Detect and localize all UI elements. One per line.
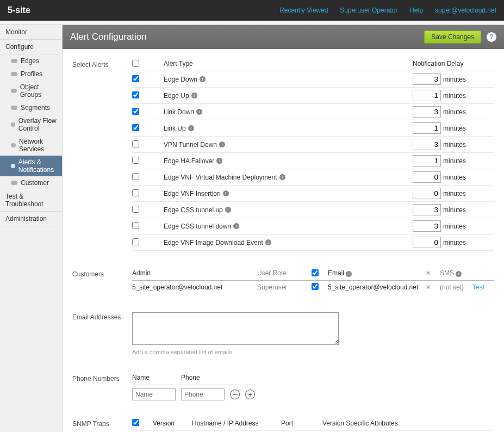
sidebar-item[interactable]: Overlay Flow Control [0, 114, 62, 135]
cloud-icon [11, 89, 17, 93]
info-icon[interactable]: i [200, 76, 206, 82]
info-icon[interactable]: i [265, 239, 271, 245]
notification-delay-input[interactable] [413, 73, 441, 85]
notification-delay-input[interactable] [413, 237, 441, 248]
alerts-select-all-checkbox[interactable] [132, 60, 139, 67]
info-icon[interactable]: i [219, 141, 225, 147]
alert-type-label: Link Up [164, 125, 186, 132]
toplink-user-email[interactable]: super@velocloud.net [435, 7, 496, 14]
alert-row: Link Up iminutes [132, 120, 494, 137]
notification-delay-input[interactable] [413, 155, 441, 166]
email-addresses-textarea[interactable] [132, 312, 339, 345]
info-icon[interactable]: i [188, 125, 194, 131]
section-label-snmp: SNMP Traps [72, 419, 132, 432]
snmp-enabled-checkbox[interactable] [132, 419, 139, 426]
cust-test-link[interactable]: Test [472, 283, 484, 291]
toplink-help[interactable]: Help [409, 7, 423, 14]
cust-head-admin: Admin [132, 269, 257, 278]
save-changes-button[interactable]: Save Changes [424, 30, 481, 44]
alert-row: Edge VNF Virtual Machine Deployment imin… [132, 169, 494, 186]
sidebar-group[interactable]: Monitor [0, 25, 62, 40]
alert-type-label: Edge VNF Image Download Event [164, 239, 263, 246]
info-icon[interactable]: i [279, 174, 285, 180]
cust-email-checkbox[interactable] [312, 283, 319, 290]
phone-name-input[interactable] [132, 388, 176, 400]
snmp-head-version: Version [153, 419, 183, 427]
notification-delay-input[interactable] [413, 106, 441, 118]
info-icon[interactable]: i [223, 190, 229, 196]
cust-email-head-checkbox[interactable] [312, 269, 319, 276]
notification-delay-input[interactable] [413, 90, 441, 101]
add-phone-button[interactable]: + [245, 390, 255, 399]
sidebar-item[interactable]: Network Services [0, 135, 62, 156]
sidebar-item-label: Network Services [19, 138, 58, 153]
email-hint: Add a comma separated list of emails [132, 349, 494, 355]
alert-row: Edge VNF Image Download Event iminutes [132, 234, 494, 251]
alert-checkbox[interactable] [132, 91, 139, 98]
alert-checkbox[interactable] [132, 157, 139, 164]
info-icon[interactable]: i [225, 207, 231, 213]
alert-checkbox[interactable] [132, 238, 139, 245]
alert-type-label: Edge Up [164, 92, 189, 100]
alert-checkbox[interactable] [132, 108, 139, 115]
sidebar-item[interactable]: Object Groups [0, 81, 62, 101]
sidebar-item[interactable]: Customer [0, 176, 62, 189]
alert-type-label: Link Down [164, 108, 194, 116]
toplink-superuser[interactable]: Superuser Operator [340, 7, 397, 14]
alert-row: Edge Down iminutes [132, 71, 494, 88]
alert-checkbox[interactable] [132, 124, 139, 131]
sidebar-item[interactable]: Alerts & Notifications [0, 156, 62, 176]
alert-row: Edge HA Failover iminutes [132, 153, 494, 169]
notification-delay-input[interactable] [413, 139, 441, 150]
phone-number-input[interactable] [181, 388, 225, 400]
delay-unit: minutes [443, 239, 466, 246]
sidebar-group[interactable]: Configure [0, 40, 62, 54]
alert-checkbox[interactable] [132, 75, 139, 82]
sidebar-group[interactable]: Test & Troubleshoot [0, 189, 62, 212]
cust-clear-icon[interactable]: ✕ [426, 283, 440, 291]
info-icon[interactable]: i [456, 271, 462, 277]
info-icon[interactable]: i [216, 158, 222, 164]
snmp-head-port: Port [281, 419, 314, 427]
alert-row: Edge Up iminutes [132, 88, 494, 104]
phone-head-name: Name [132, 374, 176, 381]
sidebar-item[interactable]: Edges [0, 54, 62, 67]
help-icon[interactable]: ? [487, 32, 496, 42]
info-icon[interactable]: i [233, 223, 239, 229]
sidebar-item-label: Overlay Flow Control [18, 117, 58, 132]
delay-unit: minutes [443, 108, 466, 116]
section-label-emails: Email Addresses [72, 312, 132, 355]
alerts-head-delay: Notification Delay [413, 60, 494, 69]
toplink-recently-viewed[interactable]: Recently Viewed [279, 7, 328, 14]
sidebar-item[interactable]: Segments [0, 101, 62, 114]
snmp-head-attrs: Version Specific Attributes [322, 419, 494, 427]
alert-checkbox[interactable] [132, 140, 139, 147]
info-icon[interactable]: i [191, 92, 197, 98]
alert-checkbox[interactable] [132, 173, 139, 180]
cust-sms: (not set) [440, 283, 472, 291]
notification-delay-input[interactable] [413, 204, 441, 215]
notification-delay-input[interactable] [413, 188, 441, 199]
remove-phone-button[interactable]: − [230, 390, 240, 399]
alert-row: Edge CSS tunnel up iminutes [132, 202, 494, 218]
cloud-icon [11, 72, 17, 76]
notification-delay-input[interactable] [413, 122, 441, 134]
info-icon[interactable]: i [346, 271, 352, 277]
alert-row: Edge VNF Insertion iminutes [132, 186, 494, 202]
alert-checkbox[interactable] [132, 222, 139, 229]
cust-head-sms: SMS [440, 269, 454, 277]
cust-head-clear-icon[interactable]: ✕ [426, 269, 440, 278]
alert-type-label: Edge CSS tunnel down [164, 223, 231, 230]
alert-checkbox[interactable] [132, 189, 139, 196]
customer-row: 5_site_operator@velocloud.netSuperuser5_… [132, 281, 494, 294]
sidebar-item[interactable]: Profiles [0, 67, 62, 81]
notification-delay-input[interactable] [413, 171, 441, 183]
info-icon[interactable]: i [196, 109, 202, 115]
delay-unit: minutes [443, 206, 466, 214]
notification-delay-input[interactable] [413, 220, 441, 232]
sidebar-group[interactable]: Administration [0, 212, 62, 226]
phone-head-phone: Phone [181, 374, 225, 381]
delay-unit: minutes [443, 174, 466, 181]
alert-checkbox[interactable] [132, 206, 139, 213]
cust-email: 5_site_operator@velocloud.net [328, 283, 426, 291]
